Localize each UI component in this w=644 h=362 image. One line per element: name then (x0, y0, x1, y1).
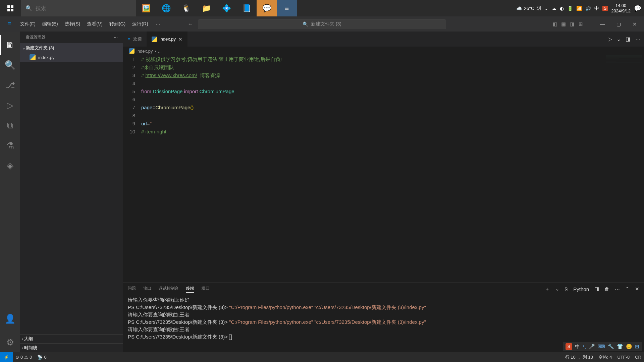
ime-punct-icon[interactable]: °, (583, 344, 586, 350)
panel-maximize-icon[interactable]: ⌃ (625, 286, 630, 292)
ime-keyboard-icon[interactable]: ⌨ (598, 344, 605, 350)
code-line[interactable]: page=ChromiumPage() (141, 104, 604, 112)
taskbar-app-vscode[interactable]: ≡ (277, 0, 297, 16)
menu-item[interactable]: 选择(S) (61, 20, 84, 28)
activity-run-debug[interactable]: ▷ (0, 95, 20, 115)
tab-welcome[interactable]: ≡ 欢迎 (123, 32, 147, 47)
run-icon[interactable]: ▷ (608, 36, 612, 42)
window-minimize[interactable]: — (596, 19, 609, 29)
activity-docker[interactable]: ◈ (0, 156, 20, 176)
code-line[interactable]: # https://www.xhres.com/ 博客资源 (141, 71, 604, 79)
ime-tool-icon[interactable]: 🔧 (608, 344, 614, 350)
taskbar-app-photos[interactable]: 🖼️ (136, 0, 156, 16)
menu-item[interactable]: 查看(V) (84, 20, 106, 28)
tray-ime-lang[interactable]: 中 (594, 5, 599, 11)
taskbar-search-input[interactable] (36, 5, 131, 11)
panel-tab[interactable]: 问题 (128, 286, 136, 293)
menu-item[interactable]: 运行(R) (129, 20, 151, 28)
window-close[interactable]: ✕ (628, 19, 641, 29)
status-ports[interactable]: 📡0 (35, 355, 49, 360)
close-icon[interactable]: ✕ (178, 37, 182, 42)
code-line[interactable]: # item-right (141, 128, 604, 136)
tab-file[interactable]: index.py ✕ (147, 32, 187, 47)
tray-chevron-icon[interactable]: ⌄ (544, 6, 548, 11)
panel-more-icon[interactable]: ⋯ (615, 286, 620, 292)
kill-terminal-icon[interactable]: 🗑 (604, 286, 609, 292)
taskbar-app-qq[interactable]: 🐧 (176, 0, 196, 16)
code-line[interactable] (141, 112, 604, 120)
menu-overflow[interactable]: ⋯ (152, 20, 164, 28)
taskbar-app-notes[interactable]: 📘 (236, 0, 257, 16)
status-encoding[interactable]: UTF-8 (614, 355, 632, 360)
more-actions-icon[interactable]: ⋯ (635, 36, 641, 42)
code-editor[interactable]: 12345678910 # 视频仅供学习参考,切勿用于违法!禁止用于商业用途,后… (123, 55, 644, 283)
tray-update-icon[interactable]: ◐ (560, 6, 564, 11)
tray-cloud-icon[interactable]: ☁ (552, 6, 556, 11)
menu-item[interactable]: 转到(G) (106, 20, 129, 28)
status-problems[interactable]: ⊘0 ⚠0 (13, 355, 35, 360)
panel-tab[interactable]: 调试控制台 (159, 286, 179, 293)
menu-item[interactable]: 文件(F) (17, 20, 39, 28)
ime-skin-icon[interactable]: 👕 (617, 344, 623, 350)
code-line[interactable]: from DrissionPage import ChromiumPage (141, 87, 604, 96)
activity-testing[interactable]: ⚗ (0, 135, 20, 156)
layout-sidebar-right-icon[interactable]: ◨ (570, 21, 575, 27)
start-button[interactable] (0, 0, 21, 16)
activity-source-control[interactable]: ⎇ (0, 75, 20, 95)
new-terminal-icon[interactable]: ＋ (545, 286, 550, 292)
menu-item[interactable]: 编辑(E) (39, 20, 61, 28)
python-kernel-icon[interactable]: ⎘ (565, 286, 568, 292)
activity-accounts[interactable]: 👤 (0, 309, 20, 329)
split-terminal-icon[interactable]: ◨ (594, 286, 599, 292)
taskbar-app-chrome[interactable]: 🌐 (156, 0, 176, 16)
panel-tab[interactable]: 输出 (143, 286, 151, 293)
terminal-dropdown-icon[interactable]: ⌄ (555, 286, 559, 292)
folder-root[interactable]: ⌄ 新建文件夹 (3) (20, 43, 123, 53)
layout-panel-icon[interactable]: ▣ (561, 21, 566, 27)
status-eol[interactable]: CR (632, 355, 644, 360)
code-line[interactable] (141, 79, 604, 87)
file-item[interactable]: index.py (20, 53, 123, 62)
ime-toolbar[interactable]: S 中 °, 🎤 ⌨ 🔧 👕 😊 ⊞ (563, 342, 642, 351)
sidebar-section-outline[interactable]: › 大纲 (20, 334, 123, 343)
ime-grid-icon[interactable]: ⊞ (635, 344, 639, 350)
layout-sidebar-left-icon[interactable]: ◧ (552, 21, 557, 27)
minimap[interactable] (604, 55, 644, 283)
tray-battery-icon[interactable]: 🔋 (567, 6, 573, 11)
activity-explorer[interactable]: 🗎 (0, 35, 20, 55)
weather-widget[interactable]: ☁️ 26°C 阴 (516, 5, 541, 11)
layout-customize-icon[interactable]: ⊞ (579, 21, 583, 27)
activity-search[interactable]: 🔍 (0, 55, 20, 75)
ime-emoji-icon[interactable]: 😊 (626, 344, 632, 350)
taskbar-app-explorer[interactable]: 📁 (196, 0, 216, 16)
status-indent[interactable]: 空格: 4 (596, 354, 614, 360)
sidebar-section-timeline[interactable]: › 时间线 (20, 343, 123, 352)
taskbar-app-wechat[interactable]: 💬 (257, 0, 277, 16)
sidebar-more-icon[interactable]: ⋯ (114, 35, 118, 40)
taskbar-search[interactable]: 🔍 (21, 0, 136, 16)
code-line[interactable]: url='' (141, 120, 604, 128)
nav-back-icon[interactable]: ← (188, 21, 193, 27)
code-line[interactable]: # 视频仅供学习参考,切勿用于违法!禁止用于商业用途,后果自负! (141, 55, 604, 63)
panel-close-icon[interactable]: ✕ (635, 286, 639, 292)
panel-tab[interactable]: 端口 (202, 286, 210, 293)
code-line[interactable]: #来自晨曦团队 (141, 63, 604, 71)
tray-wifi-icon[interactable]: 📶 (576, 6, 582, 11)
clock[interactable]: 14:00 2024/9/12 (611, 3, 631, 13)
panel-kernel[interactable]: Python (573, 286, 589, 292)
split-editor-icon[interactable]: ◨ (626, 36, 631, 42)
notification-icon[interactable]: 💬 (634, 5, 641, 12)
ime-lang[interactable]: 中 (575, 344, 580, 350)
panel-tab[interactable]: 终端 (186, 286, 194, 293)
run-dropdown-icon[interactable]: ⌄ (616, 36, 621, 42)
command-center[interactable]: 🔍 新建文件夹 (3) (198, 19, 446, 29)
tray-volume-icon[interactable]: 🔊 (585, 6, 591, 11)
remote-indicator[interactable]: ⚡ (0, 352, 13, 362)
code-line[interactable] (141, 96, 604, 104)
status-line-col[interactable]: 行 10，列 13 (562, 354, 596, 360)
activity-settings[interactable]: ⚙ (0, 332, 20, 352)
tray-ime-badge[interactable]: S (602, 6, 608, 11)
window-maximize[interactable]: ▢ (612, 19, 625, 29)
activity-extensions[interactable]: ⧉ (0, 115, 20, 135)
breadcrumb[interactable]: index.py › ... (123, 47, 644, 55)
